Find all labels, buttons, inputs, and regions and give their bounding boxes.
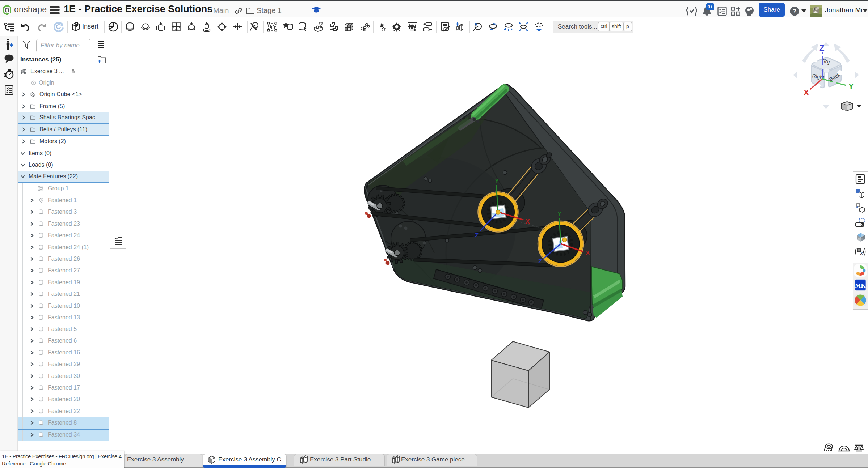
svg-text:Z: Z — [538, 258, 542, 265]
svg-text:X: X — [526, 218, 530, 225]
svg-text:Z: Z — [475, 232, 479, 239]
svg-text:X: X — [586, 250, 590, 256]
svg-text:Z: Z — [819, 43, 824, 52]
svg-text:Y: Y — [495, 178, 499, 184]
svg-text:Y: Y — [557, 210, 562, 217]
svg-text:Y: Y — [848, 82, 854, 91]
svg-text:x: x — [860, 250, 863, 256]
svg-text:MK: MK — [855, 282, 866, 289]
svg-text:X: X — [804, 88, 809, 97]
svg-text:?: ? — [793, 8, 796, 15]
